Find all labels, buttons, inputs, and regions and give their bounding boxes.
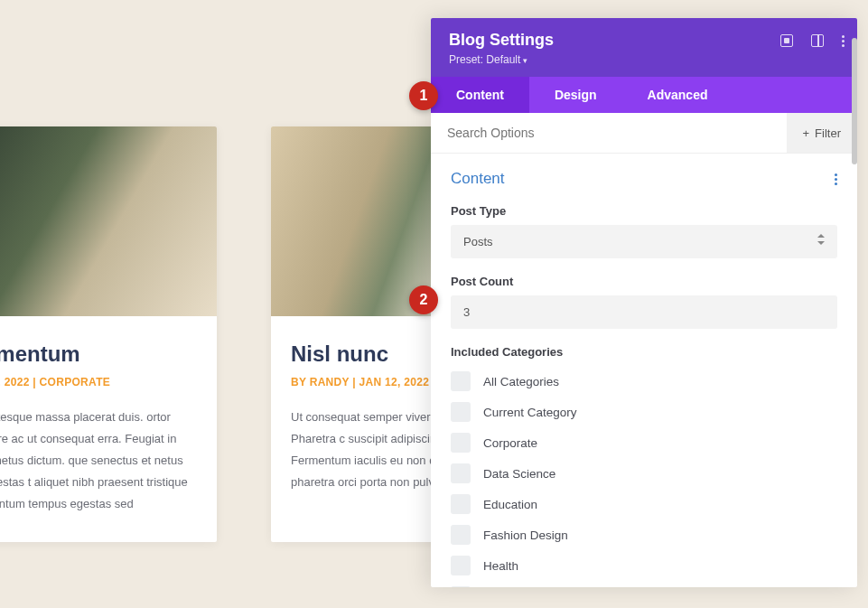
- section-menu-icon[interactable]: [835, 173, 837, 185]
- card-title[interactable]: elementum: [0, 341, 197, 367]
- category-label: Corporate: [483, 436, 537, 450]
- panel-header: Blog Settings Preset: Default: [431, 18, 857, 77]
- panel-content: Content Post Type Posts Post Count Inclu…: [431, 154, 857, 587]
- preset-dropdown[interactable]: Preset: Default: [449, 53, 839, 66]
- plus-icon: +: [803, 126, 810, 140]
- settings-panel: Blog Settings Preset: Default Content De…: [431, 18, 857, 587]
- more-icon[interactable]: [842, 35, 845, 47]
- post-type-select[interactable]: Posts: [451, 225, 837, 258]
- panel-scrollbar[interactable]: [850, 18, 857, 587]
- checkbox[interactable]: [451, 586, 471, 587]
- checkbox[interactable]: [451, 525, 471, 545]
- card-body: elementum AN 12, 2022 | CORPORATE pellen…: [0, 316, 217, 542]
- card-meta: AN 12, 2022 | CORPORATE: [0, 376, 197, 388]
- included-categories-field: Included Categories All Categories Curre…: [451, 345, 837, 587]
- checkbox[interactable]: [451, 556, 471, 575]
- checkbox[interactable]: [451, 433, 471, 453]
- scrollbar-thumb[interactable]: [852, 38, 857, 164]
- post-count-field: Post Count: [451, 275, 837, 329]
- post-type-field: Post Type Posts: [451, 204, 837, 258]
- search-row: + Filter: [431, 113, 857, 154]
- section-title[interactable]: Content: [451, 170, 505, 188]
- columns-icon[interactable]: [811, 34, 824, 47]
- panel-action-icons: [780, 34, 845, 47]
- category-item-corporate[interactable]: Corporate: [451, 427, 837, 458]
- category-item-current[interactable]: Current Category: [451, 397, 837, 427]
- category-label: Fashion Design: [483, 528, 568, 542]
- category-label: Education: [483, 498, 537, 511]
- category-item-all[interactable]: All Categories: [451, 366, 837, 397]
- filter-label: Filter: [815, 126, 841, 140]
- tab-advanced[interactable]: Advanced: [622, 77, 733, 113]
- post-type-label: Post Type: [451, 204, 837, 218]
- callout-badge-1: 1: [409, 81, 438, 110]
- card-excerpt: pellentesque massa placerat duis. ortor …: [0, 407, 197, 515]
- card-image: [0, 126, 217, 316]
- search-input[interactable]: [431, 113, 787, 153]
- category-item-home-staging[interactable]: Home Staging: [451, 581, 837, 587]
- category-label: Current Category: [483, 406, 577, 419]
- tab-design[interactable]: Design: [529, 77, 622, 113]
- filter-button[interactable]: + Filter: [787, 113, 857, 153]
- blog-card: elementum AN 12, 2022 | CORPORATE pellen…: [0, 126, 217, 542]
- category-list: All Categories Current Category Corporat…: [451, 366, 837, 587]
- focus-icon[interactable]: [780, 34, 793, 47]
- included-categories-label: Included Categories: [451, 345, 837, 359]
- category-item-data-science[interactable]: Data Science: [451, 458, 837, 489]
- post-count-input[interactable]: [451, 295, 837, 329]
- checkbox[interactable]: [451, 402, 471, 422]
- category-label: All Categories: [483, 375, 559, 388]
- section-header: Content: [451, 170, 837, 188]
- category-label: Health: [483, 559, 518, 573]
- post-count-label: Post Count: [451, 275, 837, 288]
- tab-content[interactable]: Content: [431, 77, 529, 113]
- category-item-health[interactable]: Health: [451, 550, 837, 581]
- category-item-education[interactable]: Education: [451, 489, 837, 519]
- category-label: Data Science: [483, 467, 555, 481]
- checkbox[interactable]: [451, 494, 471, 514]
- checkbox[interactable]: [451, 371, 471, 391]
- category-item-fashion-design[interactable]: Fashion Design: [451, 519, 837, 550]
- callout-badge-2: 2: [409, 285, 438, 314]
- settings-tabs: Content Design Advanced: [431, 77, 857, 113]
- checkbox[interactable]: [451, 463, 471, 483]
